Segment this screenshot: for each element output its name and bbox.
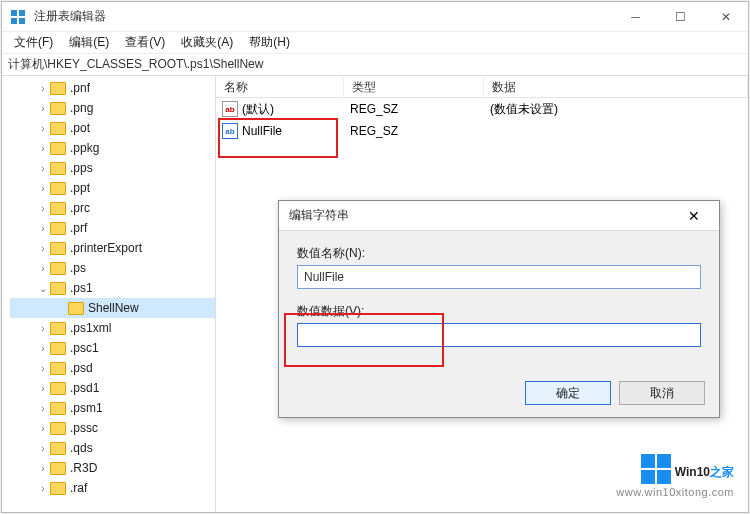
- tree-node[interactable]: ›.raf: [10, 478, 215, 498]
- tree-label: .printerExport: [70, 241, 142, 255]
- folder-icon: [50, 242, 66, 255]
- value-type: REG_SZ: [342, 102, 482, 116]
- address-bar[interactable]: 计算机\HKEY_CLASSES_ROOT\.ps1\ShellNew: [2, 54, 748, 76]
- folder-icon: [50, 142, 66, 155]
- tree-node[interactable]: ⌄.ps1: [10, 278, 215, 298]
- chevron-icon: ›: [36, 143, 50, 154]
- svg-rect-1: [19, 10, 25, 16]
- tree-node[interactable]: ›.ps1xml: [10, 318, 215, 338]
- col-name[interactable]: 名称: [216, 76, 344, 97]
- folder-icon: [50, 322, 66, 335]
- chevron-icon: ›: [36, 383, 50, 394]
- tree-label: .pnf: [70, 81, 90, 95]
- folder-icon: [50, 482, 66, 495]
- tree-label: .qds: [70, 441, 93, 455]
- chevron-icon: ›: [36, 363, 50, 374]
- chevron-icon: ›: [36, 163, 50, 174]
- folder-icon: [50, 162, 66, 175]
- maximize-button[interactable]: ☐: [658, 2, 703, 32]
- tree-label: .psd: [70, 361, 93, 375]
- tree-node[interactable]: ›.pps: [10, 158, 215, 178]
- titlebar: 注册表编辑器 ─ ☐ ✕: [2, 2, 748, 32]
- col-data[interactable]: 数据: [484, 76, 748, 97]
- menu-view[interactable]: 查看(V): [117, 32, 173, 53]
- chevron-icon: ›: [36, 483, 50, 494]
- path-text: 计算机\HKEY_CLASSES_ROOT\.ps1\ShellNew: [8, 56, 263, 73]
- menu-help[interactable]: 帮助(H): [241, 32, 298, 53]
- tree-node[interactable]: ›.psd: [10, 358, 215, 378]
- folder-icon: [50, 362, 66, 375]
- folder-icon: [50, 262, 66, 275]
- windows-logo-icon: [641, 454, 671, 484]
- tree-node[interactable]: ›.png: [10, 98, 215, 118]
- chevron-icon: ›: [36, 83, 50, 94]
- chevron-icon: ›: [36, 463, 50, 474]
- tree-node[interactable]: ›.ps: [10, 258, 215, 278]
- edit-string-dialog: 编辑字符串 ✕ 数值名称(N): 数值数据(V): 确定 取消: [278, 200, 720, 418]
- value-data-input[interactable]: [297, 323, 701, 347]
- menu-edit[interactable]: 编辑(E): [61, 32, 117, 53]
- value-row[interactable]: abNullFileREG_SZ: [216, 120, 748, 142]
- cancel-button[interactable]: 取消: [619, 381, 705, 405]
- folder-icon: [50, 102, 66, 115]
- chevron-icon: ›: [36, 183, 50, 194]
- watermark-url: www.win10xitong.com: [616, 486, 734, 498]
- svg-rect-3: [19, 18, 25, 24]
- tree-label: ShellNew: [88, 301, 139, 315]
- tree-label: .pot: [70, 121, 90, 135]
- tree-node[interactable]: ›.psd1: [10, 378, 215, 398]
- tree-node[interactable]: ›.qds: [10, 438, 215, 458]
- tree-label: .pssc: [70, 421, 98, 435]
- string-value-icon: ab: [222, 101, 238, 117]
- close-button[interactable]: ✕: [703, 2, 748, 32]
- tree-node[interactable]: ›.ppt: [10, 178, 215, 198]
- tree-label: .prf: [70, 221, 87, 235]
- tree-node[interactable]: ›.ppkg: [10, 138, 215, 158]
- tree-node[interactable]: ›.prf: [10, 218, 215, 238]
- chevron-icon: ›: [36, 203, 50, 214]
- window-controls: ─ ☐ ✕: [613, 2, 748, 32]
- tree-node[interactable]: ShellNew: [10, 298, 215, 318]
- folder-icon: [68, 302, 84, 315]
- tree-node[interactable]: ›.pssc: [10, 418, 215, 438]
- dialog-close-button[interactable]: ✕: [679, 208, 709, 224]
- col-type[interactable]: 类型: [344, 76, 484, 97]
- tree-label: .png: [70, 101, 93, 115]
- tree-node[interactable]: ›.pot: [10, 118, 215, 138]
- tree-node[interactable]: ›.prc: [10, 198, 215, 218]
- value-name-input[interactable]: [297, 265, 701, 289]
- ok-button[interactable]: 确定: [525, 381, 611, 405]
- chevron-icon: ›: [36, 223, 50, 234]
- chevron-icon: ›: [36, 423, 50, 434]
- string-value-icon: ab: [222, 123, 238, 139]
- tree-label: .ppkg: [70, 141, 99, 155]
- tree-label: .raf: [70, 481, 87, 495]
- tree-label: .psc1: [70, 341, 99, 355]
- menu-favorites[interactable]: 收藏夹(A): [173, 32, 241, 53]
- folder-icon: [50, 342, 66, 355]
- chevron-icon: ›: [36, 343, 50, 354]
- watermark: Win10之家 www.win10xitong.com: [616, 454, 734, 498]
- dialog-title: 编辑字符串: [289, 207, 679, 224]
- tree-node[interactable]: ›.printerExport: [10, 238, 215, 258]
- value-name-label: 数值名称(N):: [297, 245, 701, 262]
- tree-node[interactable]: ›.psm1: [10, 398, 215, 418]
- chevron-icon: ›: [36, 103, 50, 114]
- tree-node[interactable]: ›.psc1: [10, 338, 215, 358]
- tree-node[interactable]: ›.pnf: [10, 78, 215, 98]
- folder-icon: [50, 462, 66, 475]
- chevron-icon: ›: [36, 323, 50, 334]
- menubar: 文件(F) 编辑(E) 查看(V) 收藏夹(A) 帮助(H): [2, 32, 748, 54]
- tree-label: .ps: [70, 261, 86, 275]
- tree-panel[interactable]: ›.pnf›.png›.pot›.ppkg›.pps›.ppt›.prc›.pr…: [2, 76, 216, 512]
- value-data-label: 数值数据(V):: [297, 303, 701, 320]
- folder-icon: [50, 222, 66, 235]
- value-row[interactable]: ab(默认)REG_SZ(数值未设置): [216, 98, 748, 120]
- value-name: NullFile: [242, 124, 342, 138]
- minimize-button[interactable]: ─: [613, 2, 658, 32]
- tree-label: .prc: [70, 201, 90, 215]
- folder-icon: [50, 202, 66, 215]
- brand-text-b: 之家: [710, 465, 734, 479]
- tree-node[interactable]: ›.R3D: [10, 458, 215, 478]
- menu-file[interactable]: 文件(F): [6, 32, 61, 53]
